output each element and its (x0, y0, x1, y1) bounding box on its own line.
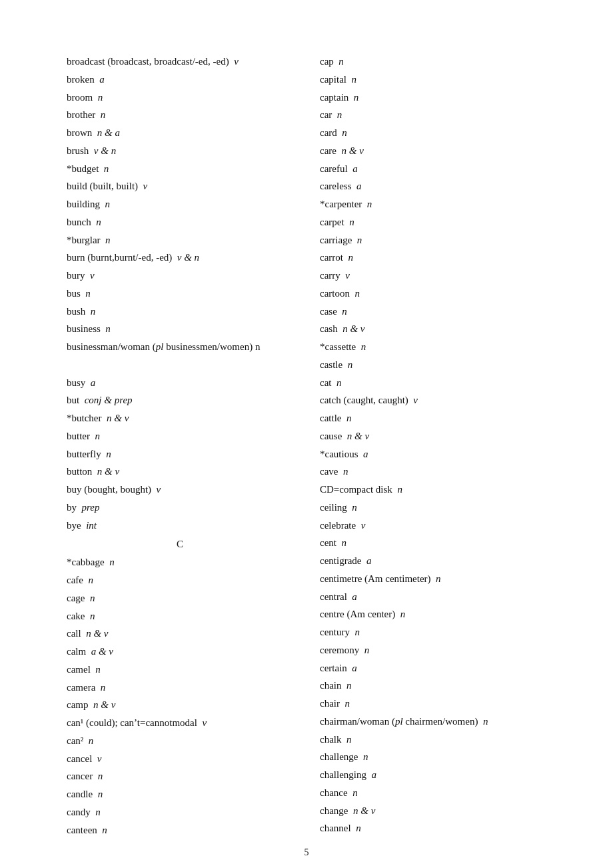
list-item: businessman/woman (pl businessmen/women)… (67, 339, 293, 355)
list-item (67, 357, 293, 373)
list-item: butter n (67, 428, 293, 445)
list-item: by prep (67, 499, 293, 516)
list-item: central a (320, 589, 546, 605)
list-item: chain n (320, 677, 546, 694)
list-item: can¹ (could); can’t=cannotmodal v (67, 715, 293, 731)
list-item: CD=compact disk n (320, 481, 546, 498)
list-item: car n (320, 107, 546, 123)
list-item: build (built, built) v (67, 178, 293, 195)
list-item: careless a (320, 178, 546, 195)
list-item: cat n (320, 375, 546, 391)
left-column: broadcast (broadcast, broadcast/-ed, -ed… (67, 53, 293, 838)
list-item: *cabbage n (67, 554, 293, 571)
list-item: careful a (320, 161, 546, 177)
list-item: brush v & n (67, 143, 293, 159)
page-number: 5 (305, 847, 309, 858)
list-item: calm a & v (67, 643, 293, 660)
list-item: captain n (320, 89, 546, 106)
list-item: camel n (67, 661, 293, 678)
list-item: camp n & v (67, 697, 293, 713)
list-item: carrot n (320, 249, 546, 266)
list-item: canteen n (67, 822, 293, 839)
list-item: burn (burnt,burnt/-ed, -ed) v & n (67, 249, 293, 266)
list-item: cash n & v (320, 321, 546, 337)
list-item: centre (Am center) n (320, 606, 546, 623)
list-item: cattle n (320, 410, 546, 427)
list-item: centimetre (Am centimeter) n (320, 571, 546, 587)
list-item: cent n (320, 535, 546, 551)
list-item: certain a (320, 660, 546, 677)
list-item: call n & v (67, 625, 293, 642)
list-item: capital n (320, 71, 546, 88)
list-item: broken a (67, 71, 293, 88)
list-item: catch (caught, caught) v (320, 392, 546, 409)
list-item: cap n (320, 53, 546, 70)
list-item: cafe n (67, 572, 293, 589)
list-item: business n (67, 321, 293, 337)
list-item: carry v (320, 267, 546, 284)
list-item: celebrate v (320, 517, 546, 534)
list-item: bury v (67, 267, 293, 284)
list-item: *butcher n & v (67, 410, 293, 427)
list-item: bye int (67, 517, 293, 534)
columns-container: broadcast (broadcast, broadcast/-ed, -ed… (67, 53, 546, 838)
list-item: broom n (67, 89, 293, 106)
list-item: building n (67, 196, 293, 213)
list-item: chance n (320, 785, 546, 801)
list-item: change n & v (320, 803, 546, 819)
list-item: chalk n (320, 731, 546, 748)
list-item: care n & v (320, 143, 546, 159)
list-item: carpet n (320, 214, 546, 231)
section-letter: C (67, 539, 293, 550)
list-item: bus n (67, 285, 293, 302)
list-item: but conj & prep (67, 392, 293, 409)
list-item: ceremony n (320, 642, 546, 659)
list-item: *burglar n (67, 232, 293, 249)
list-item: carriage n (320, 232, 546, 249)
list-item: card n (320, 125, 546, 141)
list-item: *cassette n (320, 339, 546, 355)
list-item: cancel v (67, 751, 293, 767)
list-item: candle n (67, 786, 293, 803)
list-item: candy n (67, 804, 293, 821)
list-item: ceiling n (320, 499, 546, 516)
right-column: cap ncapital ncaptain ncar ncard ncare n… (320, 53, 546, 838)
list-item: *budget n (67, 161, 293, 177)
list-item: *cautious a (320, 446, 546, 463)
list-item: brother n (67, 107, 293, 123)
list-item: brown n & a (67, 125, 293, 141)
list-item: broadcast (broadcast, broadcast/-ed, -ed… (67, 53, 293, 70)
page: broadcast (broadcast, broadcast/-ed, -ed… (0, 0, 613, 868)
list-item: channel n (320, 820, 546, 837)
list-item: castle n (320, 357, 546, 373)
list-item: centigrade a (320, 553, 546, 569)
list-item: cartoon n (320, 285, 546, 302)
list-item: camera n (67, 679, 293, 696)
list-item: cave n (320, 463, 546, 480)
list-item: chair n (320, 695, 546, 712)
list-item: busy a (67, 375, 293, 391)
list-item: cancer n (67, 768, 293, 785)
list-item: can² n (67, 733, 293, 749)
list-item: case n (320, 303, 546, 320)
list-item: bunch n (67, 214, 293, 231)
list-item: cake n (67, 608, 293, 625)
list-item: cause n & v (320, 428, 546, 445)
list-item: buy (bought, bought) v (67, 481, 293, 498)
list-item: chairman/woman (pl chairmen/women) n (320, 713, 546, 730)
list-item: cage n (67, 590, 293, 607)
list-item: button n & v (67, 463, 293, 480)
list-item: century n (320, 624, 546, 641)
list-item: challenge n (320, 749, 546, 765)
list-item: *carpenter n (320, 196, 546, 213)
list-item: bush n (67, 303, 293, 320)
list-item: butterfly n (67, 446, 293, 463)
list-item: challenging a (320, 767, 546, 783)
